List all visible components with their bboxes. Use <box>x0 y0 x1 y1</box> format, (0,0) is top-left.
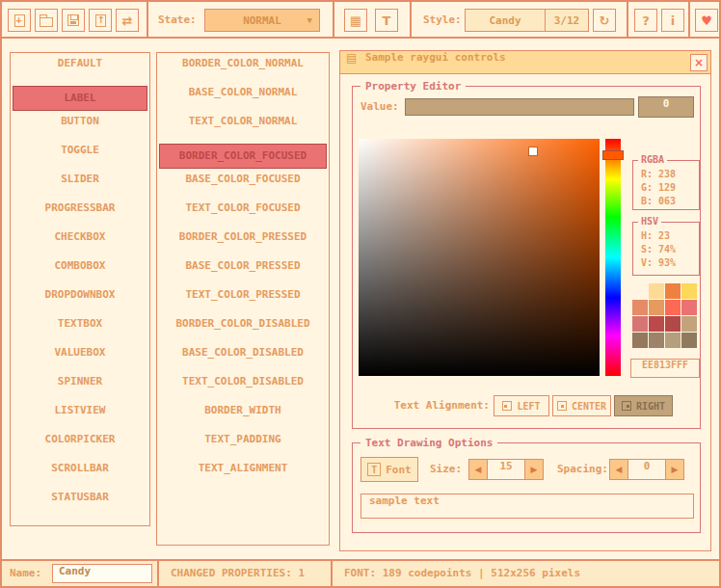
hsv-panel: HSV H: 23 S: 74% V: 93% <box>632 222 700 276</box>
about-button[interactable]: i <box>661 9 684 32</box>
list-item-control[interactable]: PROGRESSBAR <box>13 201 147 227</box>
color-swatch[interactable] <box>632 300 648 315</box>
list-item-control[interactable]: STATUSBAR <box>13 491 147 516</box>
rgba-g-value: G: 129 <box>641 181 699 195</box>
hex-color-input[interactable]: EE813FFF <box>630 359 700 378</box>
list-item-control[interactable]: VALUEBOX <box>13 346 147 371</box>
color-picker-cursor[interactable] <box>529 147 537 155</box>
list-item-property-selected[interactable]: BORDER_COLOR_FOCUSED <box>159 144 327 169</box>
list-item-control[interactable]: COMBOBOX <box>13 259 147 284</box>
list-item-control[interactable]: COLORPICKER <box>13 433 147 458</box>
spacing-decrease-button[interactable]: ◀ <box>609 459 628 480</box>
load-style-button[interactable] <box>35 9 58 32</box>
spacing-increase-button[interactable]: ▶ <box>665 459 684 480</box>
color-swatch[interactable] <box>681 316 697 332</box>
color-picker-area[interactable] <box>359 139 600 376</box>
statusbar-changes-section: CHANGED PROPERTIES: 1 <box>159 561 333 586</box>
color-swatch[interactable] <box>681 333 697 348</box>
align-center-toggle[interactable]: CENTER <box>552 395 611 416</box>
hue-bar[interactable] <box>605 139 621 376</box>
list-item-property[interactable]: BORDER_WIDTH <box>159 404 327 429</box>
style-name-input[interactable]: Candy <box>52 564 152 583</box>
style-name-box[interactable]: Candy <box>465 9 546 32</box>
save-style-button[interactable] <box>62 9 85 32</box>
list-item-property[interactable]: TEXT_COLOR_DISABLED <box>159 375 327 400</box>
value-box[interactable]: 0 <box>638 96 694 118</box>
window-title: Sample raygui controls <box>365 51 506 64</box>
color-swatch[interactable] <box>649 316 664 332</box>
list-item-control[interactable]: CHECKBOX <box>13 230 147 255</box>
rgba-r-value: R: 238 <box>641 168 699 181</box>
color-swatch[interactable] <box>632 333 648 348</box>
name-label: Name: <box>10 561 41 586</box>
random-style-button[interactable]: ⇄ <box>116 9 139 32</box>
reload-style-button[interactable]: ↻ <box>593 9 616 32</box>
size-decrease-button[interactable]: ◀ <box>468 459 488 480</box>
sample-text-input[interactable]: sample text <box>360 494 694 519</box>
close-button[interactable]: × <box>690 54 708 71</box>
sponsor-button[interactable]: ♥ <box>695 9 718 32</box>
rgba-title: RGBA <box>638 154 667 165</box>
color-swatch[interactable] <box>665 333 681 348</box>
list-item-property[interactable]: BORDER_COLOR_NORMAL <box>159 57 327 82</box>
list-item-control[interactable]: SLIDER <box>13 173 147 198</box>
list-item-control[interactable]: BUTTON <box>13 115 147 140</box>
color-swatch[interactable] <box>649 300 664 315</box>
list-item-property[interactable]: TEXT_COLOR_NORMAL <box>159 115 327 140</box>
color-swatch[interactable] <box>681 300 697 315</box>
list-item-property[interactable]: BORDER_COLOR_PRESSED <box>159 230 327 255</box>
arrow-left-icon: ◀ <box>475 465 482 474</box>
list-item-property[interactable]: TEXT_PADDING <box>159 433 327 458</box>
color-swatch[interactable] <box>681 283 697 299</box>
list-item-control[interactable]: SPINNER <box>13 375 147 400</box>
list-item-control[interactable]: DROPDOWNBOX <box>13 288 147 313</box>
size-value[interactable]: 15 <box>488 459 524 480</box>
list-item-control[interactable]: SCROLLBAR <box>13 462 147 487</box>
list-item-property[interactable]: BORDER_COLOR_DISABLED <box>159 317 327 342</box>
size-spinner: ◀ 15 ▶ <box>468 459 544 480</box>
toolbar-divider <box>147 2 148 37</box>
list-item-control[interactable]: TOGGLE <box>13 144 147 169</box>
color-swatch[interactable] <box>665 283 681 299</box>
style-counter[interactable]: 3/12 <box>545 9 589 32</box>
toolbar-divider <box>333 2 334 37</box>
window-titlebar[interactable]: ▤ Sample raygui controls × <box>340 51 710 74</box>
list-item-control[interactable]: LISTVIEW <box>13 404 147 429</box>
list-item-control[interactable]: DEFAULT <box>13 57 147 82</box>
color-swatch[interactable] <box>665 316 681 332</box>
list-item-property[interactable]: TEXT_ALIGNMENT <box>159 462 327 487</box>
align-left-toggle[interactable]: LEFT <box>494 395 549 416</box>
list-item-property[interactable]: TEXT_COLOR_FOCUSED <box>159 201 327 227</box>
color-swatch[interactable] <box>632 316 648 332</box>
list-item-property[interactable]: BASE_COLOR_NORMAL <box>159 86 327 111</box>
statusbar-name-section: Name: Candy <box>2 561 159 586</box>
color-swatch[interactable] <box>665 300 681 315</box>
state-dropdown[interactable]: NORMAL ▼ <box>204 9 320 32</box>
grid-toggle-button[interactable]: ▦ <box>344 9 367 32</box>
list-item-control-selected[interactable]: LABEL <box>13 86 147 111</box>
grid-icon: ▦ <box>350 13 361 28</box>
rgba-b-value: B: 063 <box>641 195 699 208</box>
spacing-value[interactable]: 0 <box>628 459 665 480</box>
list-item-property[interactable]: BASE_COLOR_FOCUSED <box>159 173 327 198</box>
font-button[interactable]: T Font <box>360 457 418 482</box>
list-item-property[interactable]: BASE_COLOR_DISABLED <box>159 346 327 371</box>
color-swatch[interactable] <box>632 283 648 299</box>
list-item-control[interactable]: TEXTBOX <box>13 317 147 342</box>
help-button[interactable]: ? <box>634 9 657 32</box>
rguistyler-window: ⇄ State: NORMAL ▼ ▦ T Style: Candy 3/12 … <box>0 0 721 588</box>
hue-cursor[interactable] <box>602 150 624 160</box>
align-right-icon <box>622 401 631 411</box>
align-right-toggle[interactable]: RIGHT <box>614 395 673 416</box>
text-edit-toggle-button[interactable]: T <box>375 9 398 32</box>
color-swatch[interactable] <box>649 333 664 348</box>
value-slider[interactable] <box>405 98 634 116</box>
align-center-label: CENTER <box>572 401 606 412</box>
list-item-property[interactable]: TEXT_COLOR_PRESSED <box>159 288 327 313</box>
size-increase-button[interactable]: ▶ <box>524 459 544 480</box>
new-style-button[interactable] <box>8 9 31 32</box>
list-item-property[interactable]: BASE_COLOR_PRESSED <box>159 259 327 284</box>
export-style-button[interactable] <box>89 9 112 32</box>
toolbar-divider <box>627 2 628 37</box>
color-swatch[interactable] <box>649 283 664 299</box>
